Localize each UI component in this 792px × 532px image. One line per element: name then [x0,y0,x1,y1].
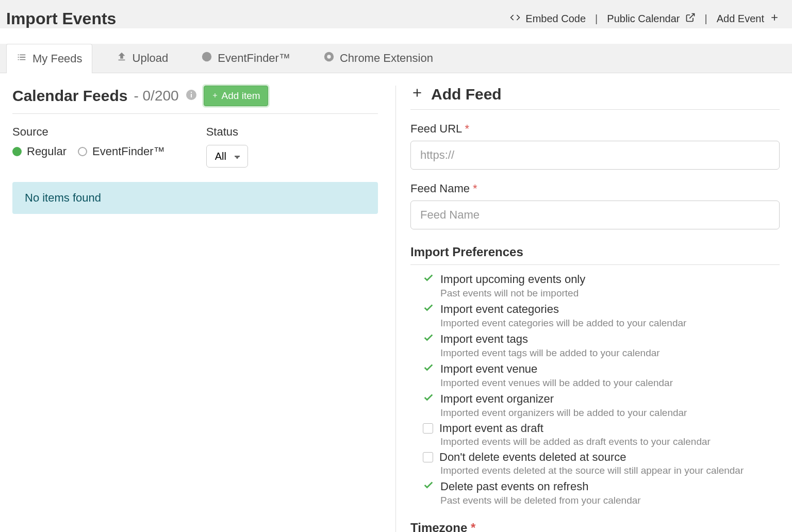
feed-url-label: Feed URL * [410,122,780,136]
status-select[interactable]: All [206,145,248,168]
tab-chrome-extension[interactable]: Chrome Extension [314,44,442,73]
pref-label: Import event tags [440,332,528,346]
calendar-feeds-title: Calendar Feeds [12,87,127,105]
source-radio-regular[interactable]: Regular [12,145,67,158]
radio-selected-icon [12,147,22,156]
plus-icon [769,12,780,25]
upload-icon [116,51,127,65]
tab-label: EventFinder™ [218,52,290,65]
pref-label: Don't delete events deleted at source [439,451,626,464]
feed-name-input[interactable] [410,201,780,229]
tab-eventfinder[interactable]: EventFinder™ [192,44,300,73]
radio-label: Regular [27,145,67,158]
pref-label: Import event venue [440,362,537,376]
svg-point-3 [327,55,331,58]
plus-icon [211,90,219,102]
add-event-link[interactable]: Add Event [717,12,780,25]
pref-label: Import event categories [440,303,559,316]
add-item-label: Add item [222,90,260,102]
list-icon [16,52,27,66]
svg-point-1 [202,52,211,61]
pref-description: Past events will not be imported [440,288,780,299]
add-item-button[interactable]: Add item [204,86,268,106]
pref-description: Imported events deleted at the source wi… [440,465,780,476]
pref-toggle-tags[interactable]: Import event tags [423,332,780,346]
pref-label: Import event as draft [439,422,543,435]
pref-toggle-draft[interactable]: Import event as draft [423,422,780,435]
radio-unselected-icon [78,147,87,156]
checkbox-unchecked-icon [423,452,433,462]
pref-label: Import upcoming events only [440,273,585,286]
embed-code-label: Embed Code [525,13,586,25]
check-icon [423,332,434,346]
pref-toggle-no-delete[interactable]: Don't delete events deleted at source [423,451,780,464]
import-preferences-heading: Import Preferences [410,245,780,265]
plus-icon [410,86,424,103]
timezone-heading: Timezone * [410,521,780,532]
pref-description: Imported event tags will be added to you… [440,347,780,359]
top-actions: Embed Code | Public Calendar | Add Event [510,9,780,25]
chrome-icon [323,51,335,65]
info-icon[interactable] [185,89,197,103]
tab-label: Upload [133,52,169,65]
tab-my-feeds[interactable]: My Feeds [6,44,92,73]
preferences-list: Import upcoming events onlyPast events w… [410,272,780,506]
add-event-label: Add Event [717,13,764,25]
add-feed-heading-text: Add Feed [431,86,502,103]
source-radio-eventfinder[interactable]: EventFinder™ [78,145,165,158]
tabs: My Feeds Upload EventFinder™ Chrome Exte… [0,44,792,73]
svg-line-0 [689,14,694,19]
svg-rect-6 [191,92,192,93]
pref-description: Imported event organizers will be added … [440,407,780,419]
divider: | [592,13,601,25]
pref-description: Imported event venues will be added to y… [440,377,780,389]
check-icon [423,302,434,317]
divider: | [702,13,711,25]
status-label: Status [206,125,248,139]
radio-label: EventFinder™ [92,145,165,158]
check-icon [423,362,434,376]
pref-description: Past events will be deleted from your ca… [440,495,780,506]
tab-label: Chrome Extension [340,52,433,65]
pref-label: Delete past events on refresh [440,480,588,493]
code-icon [510,12,520,25]
tab-upload[interactable]: Upload [107,44,178,73]
check-icon [423,392,434,406]
pref-toggle-venue[interactable]: Import event venue [423,362,780,376]
globe-icon [201,51,212,65]
svg-rect-5 [191,94,192,97]
add-feed-heading: Add Feed [410,86,780,110]
public-calendar-label: Public Calendar [607,13,680,25]
pref-toggle-upcoming[interactable]: Import upcoming events only [423,272,780,287]
pref-toggle-delete-past[interactable]: Delete past events on refresh [423,479,780,494]
no-items-alert: No items found [12,182,378,214]
pref-toggle-categories[interactable]: Import event categories [423,302,780,317]
check-icon [423,479,434,494]
public-calendar-link[interactable]: Public Calendar [607,12,695,25]
checkbox-unchecked-icon [423,423,433,434]
pref-toggle-organizer[interactable]: Import event organizer [423,392,780,406]
tab-label: My Feeds [32,52,82,65]
source-label: Source [12,125,165,139]
pref-label: Import event organizer [440,392,554,406]
pref-description: Imported events will be added as draft e… [440,436,780,447]
feed-name-label: Feed Name * [410,182,780,195]
check-icon [423,272,434,287]
pref-description: Imported event categories will be added … [440,318,780,329]
feed-url-input[interactable] [410,141,780,170]
embed-code-link[interactable]: Embed Code [510,12,586,25]
calendar-feeds-count: - 0/200 [134,88,178,104]
page-title: Import Events [6,9,116,28]
external-link-icon [685,12,696,25]
